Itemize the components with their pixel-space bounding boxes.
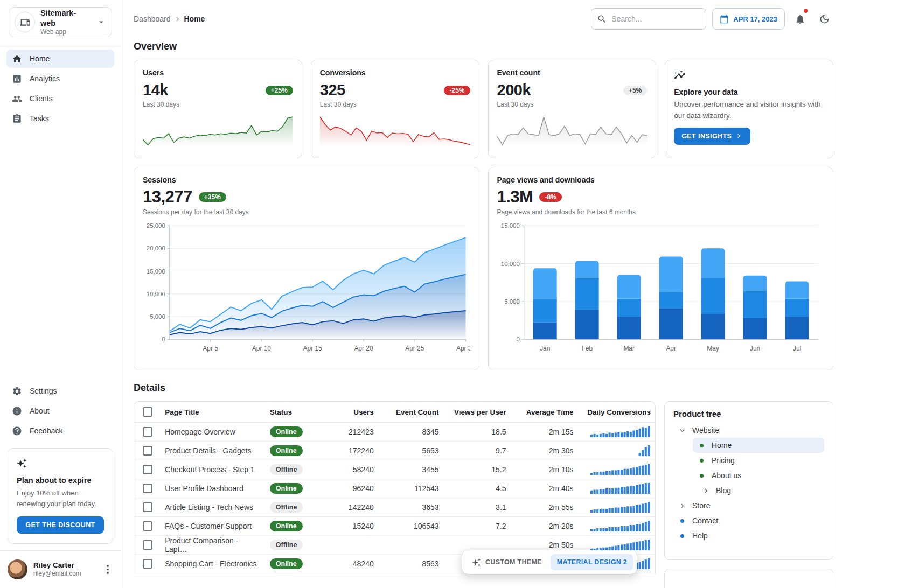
event-count-cell: 5653: [378, 442, 443, 460]
sessions-area-chart: 05,00010,00015,00020,00025,000Apr 5Apr 1…: [143, 220, 470, 367]
get-insights-button[interactable]: GET INSIGHTS: [674, 128, 750, 145]
people-icon: [12, 94, 22, 104]
chevron-right-icon: [701, 486, 711, 495]
tree-item-blog[interactable]: Blog: [697, 483, 824, 498]
stat-card-title: Conversions: [320, 68, 470, 77]
svg-text:0: 0: [162, 336, 165, 342]
svg-text:Jan: Jan: [540, 344, 550, 352]
stat-card-value: 200k: [497, 81, 531, 99]
sidebar-item-label: Tasks: [30, 114, 49, 123]
details-title: Details: [134, 382, 833, 394]
sidebar-item-feedback[interactable]: Feedback: [6, 422, 114, 440]
column-header[interactable]: Views per User: [443, 402, 511, 423]
sidebar-item-label: Clients: [30, 94, 53, 103]
row-checkbox[interactable]: [143, 446, 152, 456]
column-header[interactable]: Event Count: [378, 402, 443, 423]
sidebar-secondary-nav: SettingsAboutFeedback: [0, 382, 121, 442]
sidebar-item-clients[interactable]: Clients: [6, 89, 114, 108]
tree-item-store[interactable]: Store: [673, 498, 824, 513]
table-row[interactable]: Article Listing - Tech NewsOffline142240…: [134, 498, 655, 517]
sidebar-item-label: Feedback: [30, 426, 62, 435]
help-icon: [12, 426, 22, 436]
sidebar-item-about[interactable]: About: [6, 402, 114, 420]
table-row[interactable]: Product Details - GadgetsOnline172240565…: [134, 442, 655, 460]
dark-mode-toggle[interactable]: [815, 10, 833, 28]
material-design-2-option[interactable]: MATERIAL DESIGN 2: [551, 554, 634, 570]
tree-item-home[interactable]: Home: [693, 438, 824, 453]
users-cell: [318, 536, 378, 555]
select-all-checkbox[interactable]: [143, 407, 152, 417]
trend-chip: -25%: [444, 86, 470, 95]
users-cell: 48240: [318, 555, 378, 573]
explore-data-card: Explore your data Uncover performance an…: [665, 60, 833, 158]
topbar: Dashboard Home APR 17, 2023: [134, 4, 833, 33]
brand-name: Sitemark-web: [40, 8, 91, 27]
row-checkbox[interactable]: [143, 502, 152, 512]
table-row[interactable]: User Profile DashboardOnline962401125434…: [134, 479, 655, 498]
column-header[interactable]: Users: [318, 402, 378, 423]
row-checkbox[interactable]: [143, 540, 152, 550]
sidebar-primary-nav: HomeAnalyticsClientsTasks: [0, 50, 121, 129]
page-title-cell: Product Comparison - Lapt…: [161, 536, 266, 555]
table-row[interactable]: Homepage OverviewOnline212423834518.52m …: [134, 423, 655, 442]
sidebar-item-home[interactable]: Home: [6, 50, 114, 68]
page-title-cell: Shopping Cart - Electronics: [161, 555, 266, 573]
views-per-user-cell: 3.1: [443, 498, 511, 517]
search-input[interactable]: [611, 15, 700, 23]
chevron-right-icon: [678, 501, 687, 510]
notifications-button[interactable]: [791, 10, 809, 28]
date-picker-button[interactable]: APR 17, 2023: [712, 8, 785, 30]
table-row[interactable]: FAQs - Customer SupportOnline15240106543…: [134, 517, 655, 536]
stat-cards-row: Users14k+25%Last 30 daysConversions325-2…: [134, 60, 833, 158]
tree-item-website[interactable]: Website: [673, 423, 824, 438]
chevron-right-icon: [173, 15, 182, 24]
sidebar-item-tasks[interactable]: Tasks: [6, 109, 114, 128]
column-header[interactable]: Page Title: [161, 402, 266, 423]
trend-chip: +25%: [266, 86, 293, 95]
table-row[interactable]: Checkout Process - Step 1Offline58240345…: [134, 460, 655, 479]
row-checkbox[interactable]: [143, 521, 152, 531]
svg-text:Apr 25: Apr 25: [405, 344, 424, 352]
user-menu-button[interactable]: [102, 563, 113, 576]
settings-icon: [12, 386, 22, 396]
row-checkbox[interactable]: [143, 465, 152, 474]
tree-dot-icon: [700, 474, 704, 478]
tree-item-pricing[interactable]: Pricing: [693, 453, 824, 468]
tree-item-contact[interactable]: Contact: [673, 513, 824, 528]
column-header[interactable]: Status: [266, 402, 318, 423]
pageviews-value: 1.3M: [497, 187, 533, 207]
status-badge: Online: [270, 521, 303, 531]
plan-card: Plan about to expire Enjoy 10% off when …: [8, 448, 113, 544]
tree-item-help[interactable]: Help: [673, 528, 824, 543]
row-checkbox[interactable]: [143, 559, 152, 569]
status-badge: Online: [270, 483, 303, 494]
sessions-card: Sessions 13,277 +35% Sessions per day fo…: [134, 167, 479, 370]
sidebar-item-settings[interactable]: Settings: [6, 382, 114, 400]
svg-text:5,000: 5,000: [504, 298, 520, 305]
workspace-selector[interactable]: Sitemark-web Web app: [9, 7, 112, 37]
views-per-user-cell: 4.5: [443, 479, 511, 498]
pageviews-title: Page views and downloads: [497, 176, 825, 184]
row-checkbox[interactable]: [143, 427, 152, 437]
chevron-down-icon: [96, 17, 106, 27]
sidebar: Sitemark-web Web app HomeAnalyticsClient…: [0, 0, 121, 588]
sidebar-item-analytics[interactable]: Analytics: [6, 69, 114, 88]
column-header[interactable]: Daily Conversions: [578, 402, 655, 423]
custom-theme-option[interactable]: CUSTOM THEME: [465, 554, 548, 571]
breadcrumb-dashboard[interactable]: Dashboard: [134, 15, 171, 23]
svg-text:Mar: Mar: [623, 344, 635, 352]
stat-card-caption: Last 30 days: [143, 101, 293, 108]
stat-card-value: 14k: [143, 81, 168, 99]
get-discount-button[interactable]: GET THE DISCOUNT: [17, 516, 104, 534]
users-stat-card: Users14k+25%Last 30 days: [134, 60, 302, 158]
row-checkbox[interactable]: [143, 484, 152, 493]
tree-item-label: Help: [692, 531, 708, 540]
tree-item-about-us[interactable]: About us: [693, 468, 824, 483]
svg-text:May: May: [707, 344, 719, 352]
overview-title: Overview: [134, 41, 833, 52]
daily-conversions-sparkline: [578, 479, 655, 498]
average-time-cell: 2m 40s: [511, 479, 578, 498]
column-header[interactable]: Average Time: [511, 402, 578, 423]
svg-text:25,000: 25,000: [147, 222, 165, 229]
tree-dot-icon: [680, 519, 684, 523]
